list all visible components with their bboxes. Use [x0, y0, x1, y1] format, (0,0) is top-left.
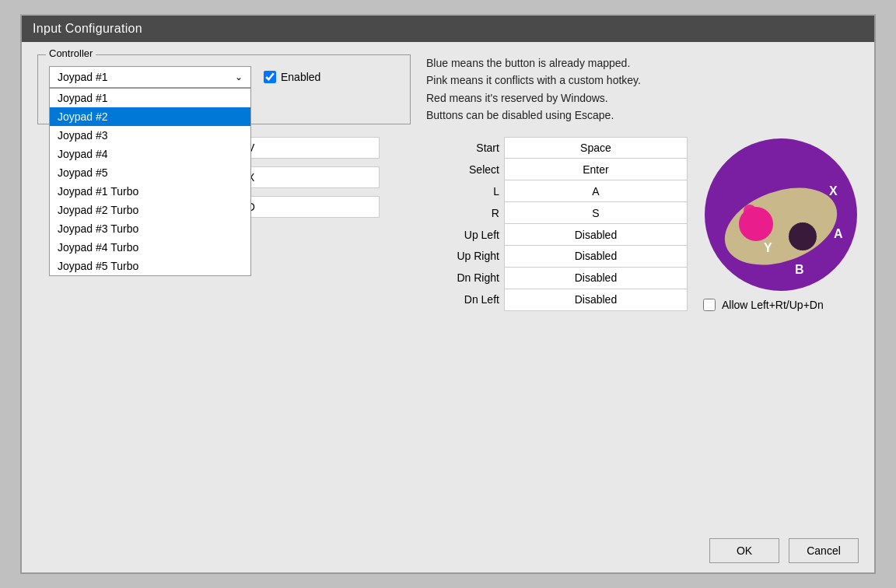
controller-dropdown-container: Joypad #1 ⌄ Joypad #1 Joypad #2 Joypad #…	[49, 66, 251, 88]
dnright-label: Dn Right	[408, 267, 504, 289]
info-line4: Buttons can be disabled using Escape.	[426, 107, 859, 124]
upleft-label: Up Left	[408, 224, 504, 246]
controller-dropdown[interactable]: Joypad #1 ⌄	[49, 66, 251, 88]
right-mapping-table: Start Space Select Enter L A R	[408, 137, 688, 311]
dialog-footer: OK Cancel	[22, 529, 874, 572]
dropdown-item-joypad1[interactable]: Joypad #1	[50, 89, 250, 107]
controller-row: Joypad #1 ⌄ Joypad #1 Joypad #2 Joypad #…	[49, 66, 399, 88]
dnleft-value[interactable]: Disabled	[504, 289, 687, 310]
enabled-checkbox[interactable]	[264, 71, 276, 83]
svg-point-4	[744, 205, 756, 217]
svg-text:A: A	[834, 227, 843, 240]
dropdown-item-joypad3turbo[interactable]: Joypad #3 Turbo	[50, 219, 250, 238]
r-label: R	[408, 202, 504, 224]
svg-point-3	[789, 222, 817, 250]
dropdown-item-joypad5[interactable]: Joypad #5	[50, 163, 250, 182]
dropdown-menu: Joypad #1 Joypad #2 Joypad #3 Joypad #4 …	[49, 88, 251, 276]
info-line2: Pink means it conflicts with a custom ho…	[426, 72, 859, 89]
ok-button[interactable]: OK	[709, 538, 779, 563]
l-label: L	[408, 180, 504, 202]
dropdown-item-joypad5turbo[interactable]: Joypad #5 Turbo	[50, 257, 250, 275]
dnright-value[interactable]: Disabled	[504, 267, 687, 289]
dropdown-item-joypad3[interactable]: Joypad #3	[50, 126, 250, 145]
controller-image: X A Y B	[703, 137, 859, 292]
svg-text:B: B	[795, 263, 804, 276]
controller-image-wrapper: X A Y B Allow Left+Rt/Up+Dn	[703, 137, 859, 311]
upright-label: Up Right	[408, 245, 504, 267]
title-bar: Input Configuration	[22, 16, 874, 42]
allow-checkbox-container: Allow Left+Rt/Up+Dn	[703, 299, 824, 311]
info-line3: Red means it's reserved by Windows.	[426, 89, 859, 107]
start-label: Start	[408, 137, 504, 159]
info-line1: Blue means the button is already mapped.	[426, 54, 859, 72]
controller-group: Controller Joypad #1 ⌄ Joypad #1 Joypad …	[37, 54, 411, 124]
dialog-title: Input Configuration	[33, 22, 142, 35]
allow-leftright-checkbox[interactable]	[703, 299, 716, 311]
select-value[interactable]: Enter	[504, 159, 687, 180]
controller-group-label: Controller	[46, 47, 96, 59]
upleft-value[interactable]: Disabled	[504, 224, 687, 246]
info-text-panel: Blue means the button is already mapped.…	[426, 54, 859, 124]
allow-leftright-label: Allow Left+Rt/Up+Dn	[722, 299, 824, 311]
r-value[interactable]: S	[504, 202, 687, 224]
chevron-down-icon: ⌄	[235, 72, 243, 82]
enabled-label: Enabled	[281, 71, 320, 83]
top-section: Controller Joypad #1 ⌄ Joypad #1 Joypad …	[37, 54, 859, 124]
svg-text:Y: Y	[764, 241, 772, 254]
svg-text:X: X	[829, 184, 838, 198]
dropdown-item-joypad2[interactable]: Joypad #2	[50, 107, 250, 126]
start-value[interactable]: Space	[504, 137, 687, 159]
select-label: Select	[408, 159, 504, 180]
right-panel: Start Space Select Enter L A R	[408, 137, 859, 516]
dnleft-label: Dn Left	[408, 289, 504, 310]
dropdown-item-joypad2turbo[interactable]: Joypad #2 Turbo	[50, 201, 250, 219]
dropdown-item-joypad1turbo[interactable]: Joypad #1 Turbo	[50, 182, 250, 201]
dialog-content: Controller Joypad #1 ⌄ Joypad #1 Joypad …	[22, 42, 874, 529]
enabled-checkbox-label[interactable]: Enabled	[264, 71, 320, 83]
dropdown-item-joypad4[interactable]: Joypad #4	[50, 145, 250, 163]
l-value[interactable]: A	[504, 180, 687, 202]
cancel-button[interactable]: Cancel	[789, 538, 859, 563]
upright-value[interactable]: Disabled	[504, 245, 687, 267]
dropdown-selected-value: Joypad #1	[58, 71, 108, 83]
input-configuration-dialog: Input Configuration Controller Joypad #1…	[20, 14, 876, 574]
dropdown-item-joypad4turbo[interactable]: Joypad #4 Turbo	[50, 238, 250, 257]
